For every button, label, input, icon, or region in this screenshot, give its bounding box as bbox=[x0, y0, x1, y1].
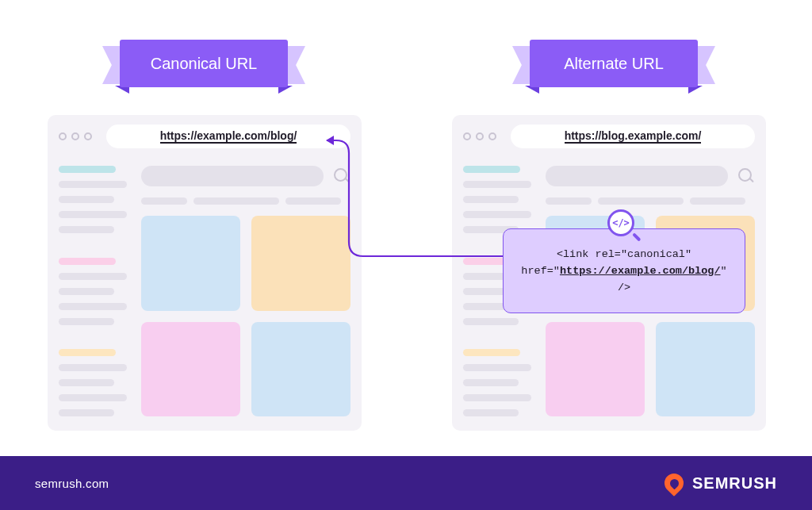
placeholder-line bbox=[59, 226, 114, 233]
window-dot bbox=[71, 132, 79, 140]
placeholder-line bbox=[463, 379, 519, 386]
card-placeholder bbox=[251, 322, 350, 417]
diagram-stage: Canonical URL Alternate URL https://exam… bbox=[0, 0, 812, 456]
search-row bbox=[546, 166, 755, 186]
placeholder-line bbox=[59, 181, 127, 188]
banner-alternate: Alternate URL bbox=[523, 40, 704, 87]
browser-body bbox=[48, 158, 362, 431]
code-line-2-url: https://example.com/blog/ bbox=[560, 265, 721, 277]
window-dot bbox=[84, 132, 92, 140]
placeholder-line bbox=[598, 197, 684, 205]
placeholder-line bbox=[463, 364, 531, 371]
address-bar: https://blog.example.com/ bbox=[511, 125, 755, 148]
code-bubble: </> <link rel="canonical" href="https://… bbox=[503, 228, 745, 313]
card-placeholder bbox=[141, 216, 240, 311]
spacer bbox=[59, 241, 127, 250]
address-bar: https://example.com/blog/ bbox=[106, 125, 350, 148]
search-row bbox=[141, 166, 350, 186]
brand-text: SEMRUSH bbox=[692, 474, 777, 493]
sidebar-placeholder bbox=[59, 166, 127, 416]
spacer bbox=[463, 333, 531, 342]
banner-canonical: Canonical URL bbox=[113, 40, 294, 87]
placeholder-line bbox=[59, 379, 114, 386]
card-placeholder bbox=[141, 322, 240, 417]
footer-bar: semrush.com SEMRUSH bbox=[0, 456, 812, 510]
placeholder-line bbox=[59, 349, 116, 356]
search-icon bbox=[737, 167, 755, 185]
card-grid bbox=[141, 216, 350, 416]
address-url: https://example.com/blog/ bbox=[160, 129, 297, 144]
placeholder-line bbox=[59, 394, 127, 401]
placeholder-line bbox=[463, 349, 520, 356]
flame-icon bbox=[664, 473, 684, 493]
brand-logo: SEMRUSH bbox=[664, 473, 777, 493]
banner-alternate-label: Alternate URL bbox=[530, 40, 698, 87]
placeholder-line bbox=[193, 197, 279, 205]
placeholder-line bbox=[59, 258, 116, 265]
browser-canonical: https://example.com/blog/ bbox=[48, 115, 362, 431]
placeholder-line bbox=[59, 196, 114, 203]
card-placeholder bbox=[656, 322, 755, 417]
spacer bbox=[59, 333, 127, 342]
placeholder-line bbox=[59, 211, 127, 218]
text-row bbox=[141, 197, 350, 205]
placeholder-line bbox=[463, 318, 519, 325]
text-row bbox=[546, 197, 755, 205]
canonical-arrow bbox=[325, 131, 509, 274]
code-magnifier-icon: </> bbox=[605, 207, 643, 245]
placeholder-line bbox=[690, 197, 745, 205]
placeholder-line bbox=[141, 197, 187, 205]
banner-canonical-label: Canonical URL bbox=[120, 40, 288, 87]
code-line-2: href="https://example.com/blog/" /> bbox=[518, 263, 730, 297]
placeholder-line bbox=[59, 288, 114, 295]
code-line-2-pre: href=" bbox=[521, 265, 560, 277]
window-controls bbox=[59, 132, 92, 140]
window-dot bbox=[59, 132, 67, 140]
search-placeholder bbox=[546, 166, 728, 186]
arrowhead-icon bbox=[326, 136, 334, 145]
placeholder-line bbox=[59, 273, 127, 280]
main-placeholder bbox=[141, 166, 350, 416]
magnifier-handle bbox=[633, 232, 642, 241]
placeholder-line bbox=[59, 318, 114, 325]
placeholder-line bbox=[59, 303, 127, 310]
code-line-1: <link rel="canonical" bbox=[518, 247, 730, 263]
placeholder-line bbox=[59, 364, 127, 371]
placeholder-line bbox=[59, 409, 114, 416]
address-url: https://blog.example.com/ bbox=[565, 129, 702, 144]
placeholder-line bbox=[463, 409, 519, 416]
code-glyph: </> bbox=[607, 209, 634, 236]
placeholder-line bbox=[463, 394, 531, 401]
placeholder-line bbox=[546, 197, 592, 205]
placeholder-line bbox=[59, 166, 116, 173]
footer-site: semrush.com bbox=[35, 477, 109, 490]
search-placeholder bbox=[141, 166, 324, 186]
card-placeholder bbox=[546, 322, 645, 417]
browser-titlebar: https://example.com/blog/ bbox=[48, 115, 362, 158]
